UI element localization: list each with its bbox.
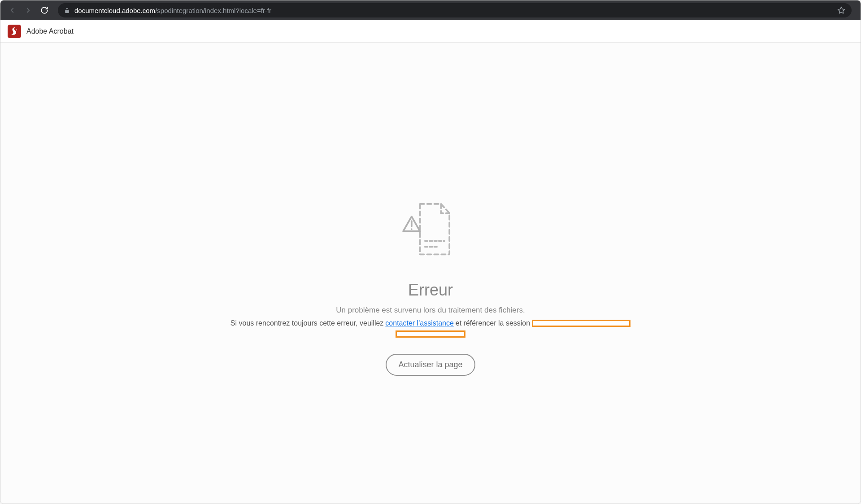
back-button[interactable] [6, 4, 18, 17]
adobe-acrobat-logo-icon [8, 25, 21, 38]
session-id-redacted-2 [396, 330, 465, 338]
url-text: documentcloud.adobe.com/spodintegration/… [74, 7, 271, 14]
error-text-part1: Si vous rencontrez toujours cette erreur… [230, 317, 384, 329]
error-detail-text: Si vous rencontrez toujours cette erreur… [229, 317, 632, 338]
error-text-part2: et référencer la session [456, 317, 530, 329]
app-header: Adobe Acrobat [0, 20, 861, 43]
svg-marker-0 [838, 7, 845, 13]
contact-support-link[interactable]: contacter l'assistance [385, 317, 453, 329]
address-bar[interactable]: documentcloud.adobe.com/spodintegration/… [58, 3, 852, 17]
session-id-redacted-1 [532, 320, 631, 327]
lock-icon [64, 8, 70, 13]
forward-button[interactable] [22, 4, 35, 17]
error-title: Erreur [229, 281, 632, 300]
refresh-page-button[interactable]: Actualiser la page [386, 354, 475, 376]
app-title: Adobe Acrobat [26, 27, 74, 35]
bookmark-star-icon[interactable] [837, 6, 845, 14]
svg-point-4 [411, 228, 413, 230]
main-content: Erreur Un problème est survenu lors du t… [0, 43, 861, 484]
error-document-icon [229, 196, 632, 263]
browser-toolbar: documentcloud.adobe.com/spodintegration/… [0, 0, 861, 20]
reload-button[interactable] [38, 4, 51, 17]
error-subtitle: Un problème est survenu lors du traiteme… [229, 306, 632, 315]
